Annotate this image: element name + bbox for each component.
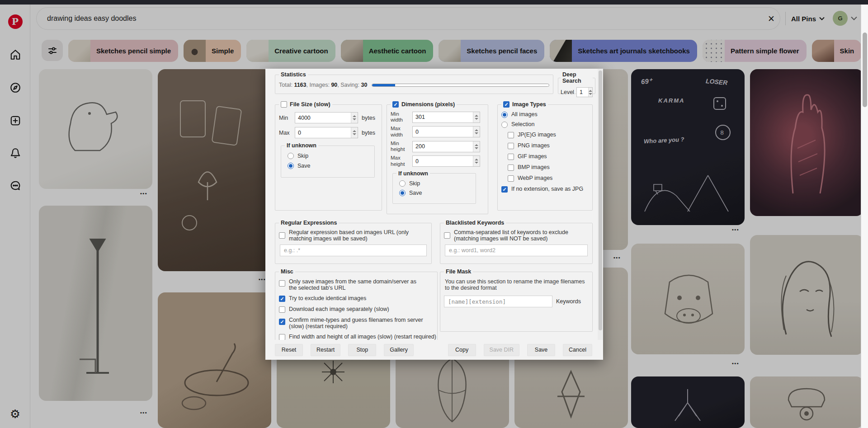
level-spinner[interactable] — [588, 88, 592, 97]
max-width-value[interactable] — [413, 127, 473, 137]
max-height-input[interactable] — [412, 155, 480, 167]
statistics-summary: Total: 1163, Images: 90, Saving: 30 — [279, 82, 367, 88]
exclude-identical-option[interactable]: Try to exclude identical images — [279, 295, 434, 302]
min-size-value[interactable] — [295, 113, 351, 123]
max-width-spinner[interactable] — [473, 127, 480, 137]
jpeg-checkbox[interactable] — [508, 132, 514, 138]
skip-option[interactable]: Skip — [399, 180, 472, 187]
save-radio[interactable] — [288, 163, 294, 169]
dimensions-legend: Dimensions (pixels) — [391, 101, 457, 108]
min-height-input[interactable] — [412, 141, 480, 152]
file-size-checkbox[interactable] — [281, 101, 287, 108]
download-separately-option[interactable]: Download each image separately (slow) — [279, 306, 434, 313]
reset-button[interactable]: Reset — [275, 344, 303, 356]
page-scrollbar[interactable] — [861, 5, 868, 428]
max-height-spinner[interactable] — [473, 156, 480, 166]
gif-checkbox[interactable] — [508, 154, 514, 160]
skip-option[interactable]: Skip — [288, 153, 371, 159]
no-extension-checkbox[interactable] — [501, 186, 508, 193]
file-mask-input[interactable] — [444, 296, 552, 307]
save-option[interactable]: Save — [399, 190, 472, 196]
skip-radio[interactable] — [399, 180, 406, 187]
selection-option[interactable]: Selection — [501, 121, 589, 128]
find-dimensions-option[interactable]: Find width and height of all images (slo… — [279, 334, 434, 340]
dialog-footer: Reset Restart Stop Gallery Copy Save DIR… — [265, 340, 603, 360]
regex-checkbox[interactable] — [279, 232, 285, 239]
file-size-section: File Size (slow) Min bytes Max — [275, 101, 382, 211]
gif-option[interactable]: GIF images — [508, 153, 589, 160]
download-separately-label: Download each image separately (slow) — [289, 306, 389, 312]
min-width-value[interactable] — [413, 112, 473, 122]
same-domain-option[interactable]: Only save images from the same domain/se… — [279, 278, 434, 291]
cancel-button[interactable]: Cancel — [563, 344, 592, 356]
max-width-input[interactable] — [412, 126, 480, 137]
png-option[interactable]: PNG images — [508, 142, 589, 149]
deep-search-level-input[interactable] — [576, 87, 593, 97]
dimensions-if-unknown-section: If unknown Skip Save — [392, 170, 476, 204]
keywords-link[interactable]: Keywords — [556, 298, 581, 305]
skip-radio[interactable] — [288, 153, 294, 159]
confirm-mime-checkbox[interactable] — [279, 319, 285, 325]
dimensions-checkbox[interactable] — [392, 101, 399, 108]
webp-option[interactable]: WebP images — [508, 175, 589, 182]
level-value[interactable] — [577, 88, 588, 97]
dialog-scrollbar[interactable] — [598, 69, 603, 340]
stop-button[interactable]: Stop — [348, 344, 376, 356]
pinterest-page: ••• ••• ••• — [0, 0, 868, 428]
webp-label: WebP images — [518, 175, 552, 181]
max-size-input[interactable] — [295, 127, 358, 138]
min-height-value[interactable] — [413, 141, 473, 152]
file-size-if-unknown-section: If unknown Skip Save — [281, 142, 375, 178]
same-domain-checkbox[interactable] — [279, 280, 285, 287]
gallery-button[interactable]: Gallery — [384, 344, 414, 356]
deep-search-section: Deep Search Level — [558, 71, 595, 94]
all-images-radio[interactable] — [501, 112, 508, 118]
min-size-spinner[interactable] — [351, 113, 358, 123]
if-unknown-legend: If unknown — [285, 142, 318, 149]
webp-checkbox[interactable] — [508, 175, 514, 182]
image-types-checkbox[interactable] — [503, 101, 509, 108]
restart-button[interactable]: Restart — [311, 344, 340, 356]
min-width-label: Minwidth — [391, 111, 409, 123]
blacklist-section: Blacklisted Keywords Comma-separated lis… — [440, 220, 593, 264]
max-size-spinner[interactable] — [351, 127, 358, 138]
skip-label: Skip — [297, 153, 308, 159]
file-size-legend: File Size (slow) — [279, 101, 332, 108]
selection-radio[interactable] — [501, 122, 508, 128]
save-option[interactable]: Save — [288, 163, 371, 169]
save-button[interactable]: Save — [527, 344, 555, 356]
jpeg-option[interactable]: JP(E)G images — [508, 132, 589, 138]
blacklist-input[interactable] — [445, 245, 588, 256]
save-radio[interactable] — [399, 190, 406, 196]
bmp-option[interactable]: BMP images — [508, 164, 589, 171]
exclude-identical-checkbox[interactable] — [279, 296, 285, 302]
min-size-input[interactable] — [295, 112, 358, 123]
all-images-option[interactable]: All images — [501, 111, 589, 118]
max-height-value[interactable] — [413, 156, 473, 166]
max-width-label: Maxwidth — [391, 126, 409, 137]
regex-option[interactable]: Regular expression based on images URL (… — [279, 229, 428, 242]
blacklist-legend: Blacklisted Keywords — [444, 220, 506, 226]
download-separately-checkbox[interactable] — [279, 306, 285, 313]
min-width-spinner[interactable] — [473, 112, 480, 122]
confirm-mime-option[interactable]: Confirm mime-types and guess filenames f… — [279, 317, 434, 329]
min-height-spinner[interactable] — [473, 141, 480, 152]
blacklist-option[interactable]: Comma-separated list of keywords to excl… — [444, 229, 589, 242]
min-width-input[interactable] — [412, 112, 480, 123]
copy-button[interactable]: Copy — [448, 344, 476, 356]
bmp-checkbox[interactable] — [508, 165, 514, 171]
no-extension-option[interactable]: If no extension, save as JPG — [501, 186, 589, 193]
blacklist-checkbox[interactable] — [444, 232, 450, 239]
misc-section: Misc Only save images from the same doma… — [275, 268, 438, 340]
image-downloader-dialog: Statistics Total: 1163, Images: 90, Savi… — [265, 69, 603, 360]
dialog-content: Statistics Total: 1163, Images: 90, Savi… — [265, 69, 598, 340]
image-types-section: Image Types All images Selection JP(E)G … — [497, 101, 593, 211]
page-scrollbar-thumb[interactable] — [863, 33, 867, 107]
regex-checkbox-label: Regular expression based on images URL (… — [289, 229, 425, 242]
find-dimensions-checkbox[interactable] — [279, 334, 285, 340]
max-size-value[interactable] — [295, 127, 351, 138]
min-height-label: Minheight — [391, 141, 409, 152]
regex-input[interactable] — [280, 245, 427, 256]
png-checkbox[interactable] — [508, 143, 514, 149]
dialog-scrollbar-thumb[interactable] — [599, 71, 602, 330]
